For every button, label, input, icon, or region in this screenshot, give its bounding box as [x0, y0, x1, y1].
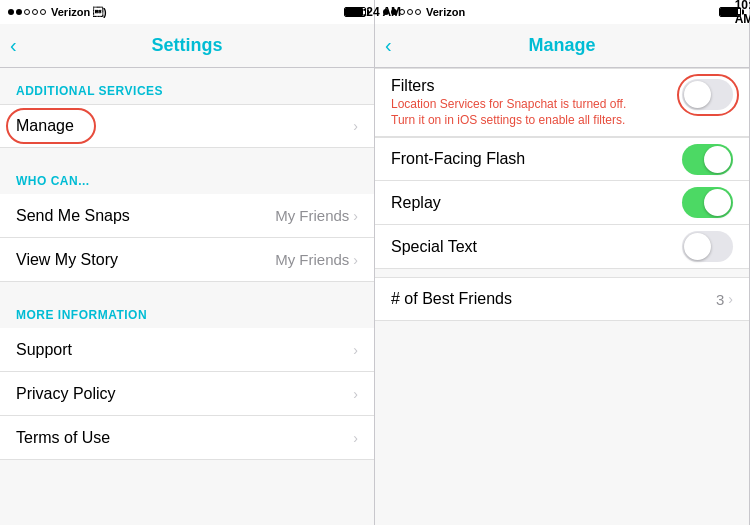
filters-toggle-knob — [684, 81, 711, 108]
gap2 — [0, 282, 374, 292]
terms-chevron: › — [353, 430, 358, 446]
send-snaps-chevron: › — [353, 208, 358, 224]
left-battery-icon — [344, 7, 366, 17]
dot4 — [32, 9, 38, 15]
left-status-bar: Verizon ) 10:24 AM — [0, 0, 374, 24]
filters-row[interactable]: Filters Location Services for Snapchat i… — [375, 68, 749, 137]
special-text-row[interactable]: Special Text — [375, 225, 749, 269]
best-friends-chevron: › — [728, 291, 733, 307]
right-nav-bar: ‹ Manage — [375, 24, 749, 68]
replay-label: Replay — [391, 194, 682, 212]
left-battery-fill — [345, 8, 363, 16]
right-battery-area — [717, 7, 741, 17]
left-signal-area: Verizon ) — [8, 6, 106, 18]
left-nav-bar: ‹ Settings — [0, 24, 374, 68]
left-back-button[interactable]: ‹ — [10, 34, 17, 57]
front-flash-label: Front-Facing Flash — [391, 150, 682, 168]
support-chevron: › — [353, 342, 358, 358]
right-content: Filters Location Services for Snapchat i… — [375, 68, 749, 525]
best-friends-label: # of Best Friends — [391, 290, 716, 308]
filters-label: Filters — [391, 77, 674, 95]
manage-chevron: › — [353, 118, 358, 134]
filters-text-block: Filters Location Services for Snapchat i… — [391, 77, 674, 128]
special-text-knob — [684, 233, 711, 260]
right-panel: Verizon 10:25 AM ‹ Manage Filters Locati… — [375, 0, 750, 525]
filters-toggle[interactable] — [682, 79, 733, 110]
send-snaps-label: Send Me Snaps — [16, 207, 275, 225]
right-battery-fill — [720, 8, 738, 16]
filters-subtitle: Location Services for Snapchat is turned… — [391, 97, 674, 128]
manage-label: Manage — [16, 117, 353, 135]
filters-toggle-wrap — [682, 79, 733, 110]
send-snaps-row[interactable]: Send Me Snaps My Friends › — [0, 194, 374, 238]
gap1 — [0, 148, 374, 158]
dot1 — [8, 9, 14, 15]
privacy-policy-label: Privacy Policy — [16, 385, 353, 403]
special-text-label: Special Text — [391, 238, 682, 256]
left-nav-title: Settings — [151, 35, 222, 56]
support-label: Support — [16, 341, 353, 359]
left-section-whocan: WHO CAN... — [0, 158, 374, 194]
left-carrier: Verizon — [51, 6, 90, 18]
right-back-chevron: ‹ — [385, 34, 392, 57]
dot3 — [24, 9, 30, 15]
replay-toggle[interactable] — [682, 187, 733, 218]
right-battery-icon — [719, 7, 741, 17]
front-flash-toggle[interactable] — [682, 144, 733, 175]
right-status-bar: Verizon 10:25 AM — [375, 0, 749, 24]
privacy-chevron: › — [353, 386, 358, 402]
replay-knob — [704, 189, 731, 216]
view-story-row[interactable]: View My Story My Friends › — [0, 238, 374, 282]
best-friends-value: 3 — [716, 291, 724, 308]
r-dot4 — [407, 9, 413, 15]
front-flash-row[interactable]: Front-Facing Flash — [375, 137, 749, 181]
left-signal-dots — [8, 9, 46, 15]
left-content: ADDITIONAL SERVICES Manage › WHO CAN... … — [0, 68, 374, 525]
replay-row[interactable]: Replay — [375, 181, 749, 225]
left-section-additional: ADDITIONAL SERVICES — [0, 68, 374, 104]
front-flash-knob — [704, 146, 731, 173]
best-friends-row[interactable]: # of Best Friends 3 › — [375, 277, 749, 321]
left-panel: Verizon ) 10:24 AM ‹ Settings ADDITIONA… — [0, 0, 375, 525]
right-back-button[interactable]: ‹ — [385, 34, 392, 57]
view-story-value: My Friends — [275, 251, 349, 268]
privacy-policy-row[interactable]: Privacy Policy › — [0, 372, 374, 416]
terms-label: Terms of Use — [16, 429, 353, 447]
view-story-chevron: › — [353, 252, 358, 268]
left-back-chevron: ‹ — [10, 34, 17, 57]
left-wifi-icon: ) — [93, 7, 106, 18]
right-carrier: Verizon — [426, 6, 465, 18]
view-story-label: View My Story — [16, 251, 275, 269]
support-row[interactable]: Support › — [0, 328, 374, 372]
dot5 — [40, 9, 46, 15]
r-dot5 — [415, 9, 421, 15]
left-battery-area — [342, 7, 366, 17]
manage-row[interactable]: Manage › — [0, 104, 374, 148]
dot2 — [16, 9, 22, 15]
send-snaps-value: My Friends — [275, 207, 349, 224]
special-text-toggle[interactable] — [682, 231, 733, 262]
left-section-more-info: MORE INFORMATION — [0, 292, 374, 328]
right-nav-title: Manage — [528, 35, 595, 56]
terms-row[interactable]: Terms of Use › — [0, 416, 374, 460]
